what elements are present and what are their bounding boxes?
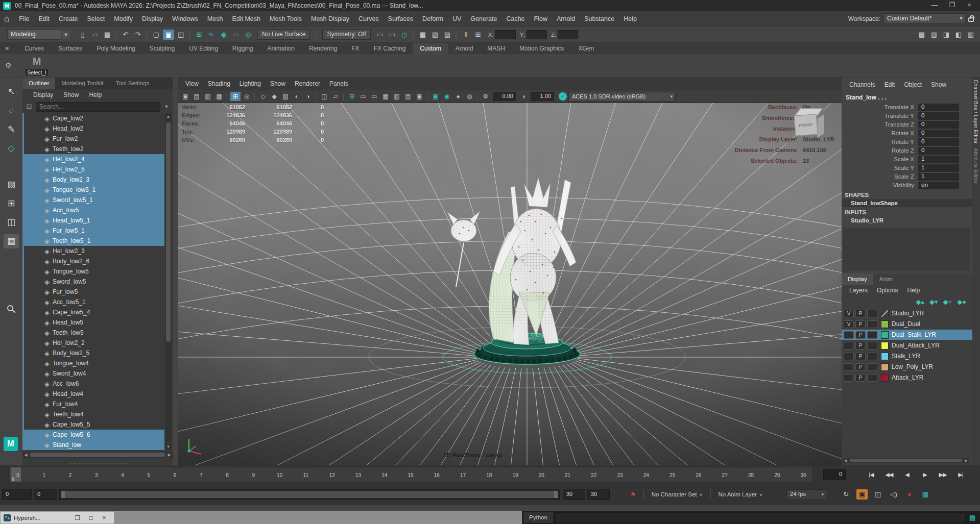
frame-tick-label[interactable]: 30: [797, 472, 809, 478]
menu-item[interactable]: Deform: [418, 13, 448, 24]
panel-tab[interactable]: Display: [842, 273, 873, 285]
view-cube-front-face[interactable]: FRONT: [794, 114, 818, 136]
layer-color-swatch[interactable]: [881, 331, 889, 339]
close-button[interactable]: ×: [98, 514, 111, 521]
layer-playback-toggle[interactable]: P: [855, 320, 866, 328]
menu-item[interactable]: Generate: [466, 13, 501, 24]
scrollbar-thumb[interactable]: [850, 459, 962, 462]
layer-visibility-toggle[interactable]: [844, 374, 854, 382]
outliner-item[interactable]: ◈Head_low4: [24, 389, 164, 399]
shelf-tab[interactable]: UV Editing: [182, 43, 225, 54]
panel-menu-item[interactable]: Help: [84, 90, 106, 99]
two-pane-layout-icon[interactable]: ◫: [4, 215, 19, 230]
aa-toggle-icon[interactable]: ◍: [464, 92, 474, 101]
outliner-item[interactable]: ◈Acc_low5: [24, 205, 164, 215]
outliner-item[interactable]: ◈Fur_low5: [24, 287, 164, 297]
menu-set-select[interactable]: Modeling ▼: [7, 29, 61, 40]
frame-tick-label[interactable]: 20: [535, 472, 547, 478]
attribute-value-field[interactable]: 0: [918, 121, 959, 129]
redo-icon[interactable]: ↷: [132, 30, 144, 40]
range-slider[interactable]: [59, 489, 560, 500]
paint-select-tool-icon[interactable]: ✎: [4, 122, 19, 137]
outliner-item[interactable]: ◈Tongue_low4: [24, 358, 164, 368]
panel-menu-item[interactable]: Panels: [325, 79, 353, 88]
attribute-label[interactable]: Rotate Y: [842, 139, 918, 145]
frame-tick-label[interactable]: 12: [326, 472, 338, 478]
frame-tick-label[interactable]: 18: [483, 472, 495, 478]
layer-color-swatch[interactable]: [881, 320, 889, 328]
play-forward-button[interactable]: ▶: [917, 468, 933, 481]
layer-row[interactable]: PDual_Attack_LYR: [842, 340, 972, 351]
scroll-left-icon[interactable]: ◀: [843, 459, 849, 463]
tab-channel-box-layer-editor[interactable]: Channel Box / Layer Editor: [972, 78, 979, 146]
attribute-label[interactable]: Rotate X: [842, 130, 918, 136]
go-to-end-button[interactable]: ▶|: [952, 468, 969, 481]
menu-item[interactable]: Mesh: [203, 13, 228, 24]
scroll-right-icon[interactable]: ▶: [963, 459, 969, 463]
panel-menu-item[interactable]: Layers: [845, 286, 872, 295]
playback-end-field[interactable]: 30: [563, 489, 585, 500]
attribute-editor-toggle-icon[interactable]: ◨: [941, 30, 952, 40]
undo-icon[interactable]: ↶: [120, 30, 131, 40]
camera-select-icon[interactable]: ▣: [180, 92, 190, 101]
menu-item[interactable]: Create: [54, 13, 83, 24]
shadows-icon[interactable]: ◑: [303, 92, 313, 101]
layer-display-type-toggle[interactable]: [867, 342, 877, 350]
view-cube-side-face[interactable]: [817, 114, 824, 138]
menu-item[interactable]: Surfaces: [384, 13, 418, 24]
safe-action-icon[interactable]: ▤: [403, 92, 413, 101]
frame-tick-label[interactable]: 8: [221, 472, 233, 478]
outliner-item[interactable]: ◈Body_low2_5: [24, 348, 164, 358]
panel-tab[interactable]: Anim: [873, 273, 899, 285]
attribute-label[interactable]: Visibility: [842, 182, 918, 188]
outliner-item[interactable]: ◈Fur_low2: [24, 134, 164, 144]
panel-menu-item[interactable]: View: [181, 79, 203, 88]
maximize-button[interactable]: □: [84, 514, 98, 521]
frame-tick-label[interactable]: 0: [12, 472, 24, 478]
outliner-item[interactable]: ◈Sword_low4: [24, 368, 164, 379]
script-editor-icon[interactable]: ▤: [968, 513, 977, 522]
menu-item[interactable]: Cache: [501, 13, 529, 24]
render-settings-icon[interactable]: ▨: [442, 30, 453, 40]
chevron-down-icon[interactable]: ▼: [162, 104, 171, 109]
frame-tick-label[interactable]: 3: [90, 472, 103, 478]
field-chart-icon[interactable]: ▥: [392, 92, 402, 101]
camera-attrs-icon[interactable]: ▤: [192, 92, 202, 101]
panel-menu-item[interactable]: Object: [899, 80, 926, 89]
layer-display-type-toggle[interactable]: [867, 320, 877, 328]
resolution-gate-icon[interactable]: ▭: [369, 92, 379, 101]
panel-menu-item[interactable]: Options: [872, 286, 902, 295]
filter-icon[interactable]: ⊡: [25, 102, 34, 111]
outliner-item[interactable]: ◈Tongue_low5: [24, 266, 164, 277]
film-gate-icon[interactable]: ▭: [358, 92, 368, 101]
range-slider-bar[interactable]: [61, 491, 558, 498]
attribute-label[interactable]: Translate X: [842, 104, 918, 110]
maya-classic-logo-icon[interactable]: M: [4, 437, 18, 451]
menu-item[interactable]: Display: [137, 13, 168, 24]
layer-display-type-toggle[interactable]: [867, 363, 877, 371]
shelf-tab[interactable]: FX Caching: [367, 43, 413, 54]
gate-mask-icon[interactable]: ▦: [380, 92, 391, 101]
isolate-select-icon[interactable]: ◫: [319, 92, 329, 101]
layer-color-swatch[interactable]: [881, 374, 889, 382]
outliner-item[interactable]: ◈Hel_low2_4: [24, 154, 164, 164]
panel-menu-item[interactable]: Display: [29, 90, 58, 99]
menu-item[interactable]: Windows: [168, 13, 203, 24]
snap-point-icon[interactable]: ◉: [218, 30, 229, 40]
menu-item[interactable]: Mesh Tools: [265, 13, 306, 24]
xray-icon[interactable]: ▱: [330, 92, 341, 101]
view-cube[interactable]: FRONT: [795, 108, 826, 138]
render-icon[interactable]: ▦: [417, 30, 428, 40]
title-bar[interactable]: M 00_Final_Pose_00.ma* - Autodesk MAYA 2…: [0, 0, 980, 11]
outliner-item[interactable]: ◈Body_low2_3: [24, 174, 164, 185]
channel-box-toggle-icon[interactable]: ▥: [965, 30, 976, 40]
bookmark-icon[interactable]: ⚑: [630, 491, 636, 498]
panel-menu-item[interactable]: Show: [926, 80, 951, 89]
layer-playback-toggle[interactable]: P: [855, 310, 866, 317]
layer-playback-toggle[interactable]: P: [855, 363, 866, 371]
outliner-item[interactable]: ◈Hel_low2_3: [24, 246, 164, 256]
layer-visibility-toggle[interactable]: [844, 363, 854, 371]
ipr-render-icon[interactable]: ▧: [429, 30, 441, 40]
attribute-label[interactable]: Scale X: [842, 156, 918, 162]
live-surface-box[interactable]: No Live Surface: [257, 29, 310, 40]
